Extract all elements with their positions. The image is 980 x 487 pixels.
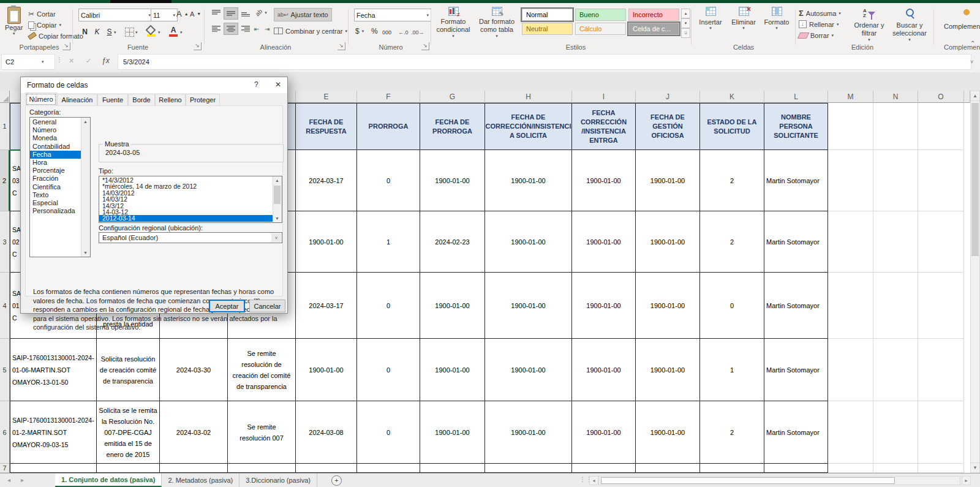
scroll-down-icon[interactable]: ▼ xyxy=(273,214,281,222)
vertical-scroll-thumb[interactable] xyxy=(971,103,979,256)
cell-H4[interactable]: 1900-01-00 xyxy=(485,273,572,339)
cell-G6[interactable]: 1900-01-00 xyxy=(420,401,485,464)
select-all-corner[interactable] xyxy=(0,91,10,103)
cell-D7[interactable] xyxy=(228,464,296,473)
cell-N4[interactable] xyxy=(873,273,918,339)
scroll-down-icon[interactable]: ▼ xyxy=(970,462,980,473)
column-header-L[interactable]: L xyxy=(764,91,828,103)
cell-O5[interactable] xyxy=(918,339,964,401)
cell-D5[interactable]: Se remite resolución de creación del com… xyxy=(228,339,296,401)
cell-J3[interactable]: 1900-01-00 xyxy=(636,211,700,273)
dialog-tab-relleno[interactable]: Relleno xyxy=(155,94,186,106)
cell-I6[interactable]: 1900-01-00 xyxy=(572,401,636,464)
cell-A5[interactable]: SAIP-1760013130001-2024- 01-06-MARTIN.SO… xyxy=(10,339,97,401)
cell-G7[interactable] xyxy=(420,464,485,473)
cell-G2[interactable]: 1900-01-00 xyxy=(420,150,485,211)
cell-J1[interactable]: FECHA DE GESTIÓN OFICIOSA xyxy=(636,103,700,150)
cell-I2[interactable]: 1900-01-00 xyxy=(572,150,636,211)
type-item-6[interactable]: 2012-03-14 xyxy=(99,215,273,221)
scroll-up-icon[interactable]: ▲ xyxy=(81,118,89,126)
dialog-tab-número[interactable]: Número xyxy=(25,92,57,106)
cell-G1[interactable]: FECHA DE PRORROGA xyxy=(420,103,485,150)
cell-L7[interactable] xyxy=(764,464,828,473)
cell-B5[interactable]: Solicita resolución de creación comité d… xyxy=(97,339,160,401)
dialog-close-button[interactable]: ✕ xyxy=(275,80,281,89)
cell-O2[interactable] xyxy=(918,150,964,211)
category-item-3[interactable]: Contabilidad xyxy=(30,143,81,151)
category-item-2[interactable]: Moneda xyxy=(30,134,81,142)
category-item-6[interactable]: Porcentaje xyxy=(30,167,81,175)
cell-B6[interactable]: Solicita se le remita la Resolución No. … xyxy=(97,401,160,464)
dialog-tab-fuente[interactable]: Fuente xyxy=(97,94,128,106)
row-header-2[interactable]: 2 xyxy=(0,150,10,211)
cell-H1[interactable]: FECHA DE CORRECCIÓN/INSISTENCI A SOLICIT… xyxy=(485,103,572,150)
cell-E5[interactable]: 1900-01-00 xyxy=(296,339,357,401)
cell-K5[interactable]: 1 xyxy=(700,339,764,401)
cell-I4[interactable]: 1900-01-00 xyxy=(572,273,636,339)
prev-sheet-icon[interactable]: ◂ xyxy=(7,477,10,483)
sheet-tab-3[interactable]: 3.Diccionario (pasiva) xyxy=(239,474,317,487)
cell-L5[interactable]: Martin Sotomayor xyxy=(764,339,828,401)
cell-F2[interactable]: 0 xyxy=(357,150,420,211)
cell-M3[interactable] xyxy=(828,211,873,273)
cell-J4[interactable]: 1900-01-00 xyxy=(636,273,700,339)
cell-M1[interactable] xyxy=(828,103,873,150)
row-header-6[interactable]: 6 xyxy=(0,401,10,464)
dialog-tab-borde[interactable]: Borde xyxy=(128,94,155,106)
cell-F4[interactable]: 0 xyxy=(357,273,420,339)
cell-K7[interactable] xyxy=(700,464,764,473)
cell-H5[interactable]: 1900-01-00 xyxy=(485,339,572,401)
cell-H7[interactable] xyxy=(485,464,572,473)
cell-L2[interactable]: Martin Sotomayor xyxy=(764,150,828,211)
dialog-tab-proteger[interactable]: Proteger xyxy=(186,94,220,106)
cell-E1[interactable]: FECHA DE RESPUESTA xyxy=(296,103,357,150)
cell-O6[interactable] xyxy=(918,401,964,464)
cell-F1[interactable]: PRORROGA xyxy=(357,103,420,150)
cell-D6[interactable]: Se remite resolución 007 xyxy=(228,401,296,464)
scroll-up-icon[interactable]: ▲ xyxy=(273,176,281,184)
column-header-F[interactable]: F xyxy=(357,91,420,103)
cell-E2[interactable]: 2024-03-17 xyxy=(296,150,357,211)
horizontal-scroll-thumb[interactable] xyxy=(601,477,895,484)
cell-J7[interactable] xyxy=(636,464,700,473)
cell-N7[interactable] xyxy=(873,464,918,473)
dialog-help-button[interactable]: ? xyxy=(254,80,258,89)
column-header-J[interactable]: J xyxy=(636,91,700,103)
cell-E7[interactable] xyxy=(296,464,357,473)
cell-I7[interactable] xyxy=(572,464,636,473)
cell-F5[interactable]: 0 xyxy=(357,339,420,401)
new-sheet-button[interactable]: + xyxy=(331,475,342,486)
scroll-left-icon[interactable]: ◂ xyxy=(589,476,598,485)
sheet-tab-2[interactable]: 2. Metadatos (pasiva) xyxy=(162,474,239,487)
cell-M4[interactable] xyxy=(828,273,873,339)
cell-G4[interactable]: 1900-01-00 xyxy=(420,273,485,339)
cell-K3[interactable]: 2 xyxy=(700,211,764,273)
category-item-0[interactable]: General xyxy=(30,118,81,126)
cell-C6[interactable]: 2024-03-02 xyxy=(160,401,228,464)
row-header-5[interactable]: 5 xyxy=(0,339,10,401)
cell-N5[interactable] xyxy=(873,339,918,401)
column-header-M[interactable]: M xyxy=(828,91,873,103)
cell-A7[interactable] xyxy=(10,464,97,473)
cell-E6[interactable]: 2024-03-08 xyxy=(296,401,357,464)
cell-I1[interactable]: FECHA CORRECCIÓN /INSISTENCIA ENTRGA xyxy=(572,103,636,150)
cell-I5[interactable]: 1900-01-00 xyxy=(572,339,636,401)
category-scrollbar[interactable]: ▲ ▼ xyxy=(81,118,90,257)
category-item-5[interactable]: Hora xyxy=(30,159,81,167)
cell-O1[interactable] xyxy=(918,103,964,150)
category-item-8[interactable]: Científica xyxy=(30,183,81,191)
cell-G3[interactable]: 2024-02-23 xyxy=(420,211,485,273)
next-sheet-icon[interactable]: ▸ xyxy=(21,477,24,483)
cell-I3[interactable]: 1900-01-00 xyxy=(572,211,636,273)
scroll-right-icon[interactable]: ▸ xyxy=(962,476,971,485)
row-header-7[interactable]: 7 xyxy=(0,464,10,473)
category-item-1[interactable]: Número xyxy=(30,126,81,134)
cell-M6[interactable] xyxy=(828,401,873,464)
scroll-up-icon[interactable]: ▲ xyxy=(970,91,980,101)
cell-J6[interactable]: 1900-01-00 xyxy=(636,401,700,464)
cell-H6[interactable]: 1900-01-00 xyxy=(485,401,572,464)
cell-C5[interactable]: 2024-03-30 xyxy=(160,339,228,401)
cell-M7[interactable] xyxy=(828,464,873,473)
cell-K2[interactable]: 2 xyxy=(700,150,764,211)
cell-K1[interactable]: ESTADO DE LA SOLICITUD xyxy=(700,103,764,150)
